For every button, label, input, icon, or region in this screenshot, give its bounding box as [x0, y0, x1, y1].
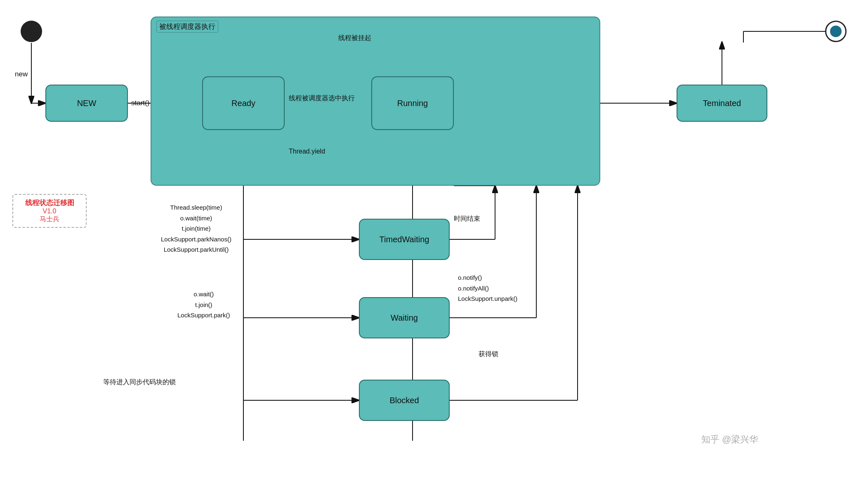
legend-title: 线程状态迁移图: [19, 198, 80, 208]
label-scheduler-select: 线程被调度器选中执行: [289, 94, 355, 103]
label-notify-calls: o.notify() o.notifyAll() LockSupport.unp…: [458, 272, 517, 304]
label-thread-yield: Thread.yield: [289, 148, 325, 155]
legend-author: 马士兵: [19, 215, 80, 224]
state-new: NEW: [45, 85, 128, 122]
label-start: start(): [131, 99, 149, 107]
label-timed-calls: Thread.sleep(time) o.wait(time) t.join(t…: [161, 202, 231, 255]
end-node-inner: [830, 26, 842, 37]
state-timed-waiting: TimedWaiting: [359, 219, 450, 260]
label-get-lock: 获得锁: [479, 350, 498, 359]
end-node: [825, 21, 847, 42]
label-wait-calls: o.wait() t.join() LockSupport.park(): [177, 289, 230, 321]
label-blocked: 等待进入同步代码块的锁: [103, 378, 176, 387]
label-thread-suspend: 线程被挂起: [338, 34, 371, 43]
state-ready: Ready: [202, 76, 285, 130]
state-waiting: Waiting: [359, 297, 450, 338]
legend-box: 线程状态迁移图 V1.0 马士兵: [12, 194, 87, 228]
watermark: 知乎 @梁兴华: [701, 433, 758, 446]
state-terminated: Teminated: [677, 85, 767, 122]
legend-version: V1.0: [19, 208, 80, 215]
state-running: Running: [371, 76, 454, 130]
label-time-end: 时间结束: [454, 215, 480, 223]
diagram-container: 被线程调度器执行 NEW Ready Running Teminated Tim…: [0, 0, 868, 482]
state-blocked: Blocked: [359, 380, 450, 421]
label-new: new: [15, 70, 28, 78]
start-node: [21, 21, 42, 42]
container-label: 被线程调度器执行: [156, 21, 218, 33]
